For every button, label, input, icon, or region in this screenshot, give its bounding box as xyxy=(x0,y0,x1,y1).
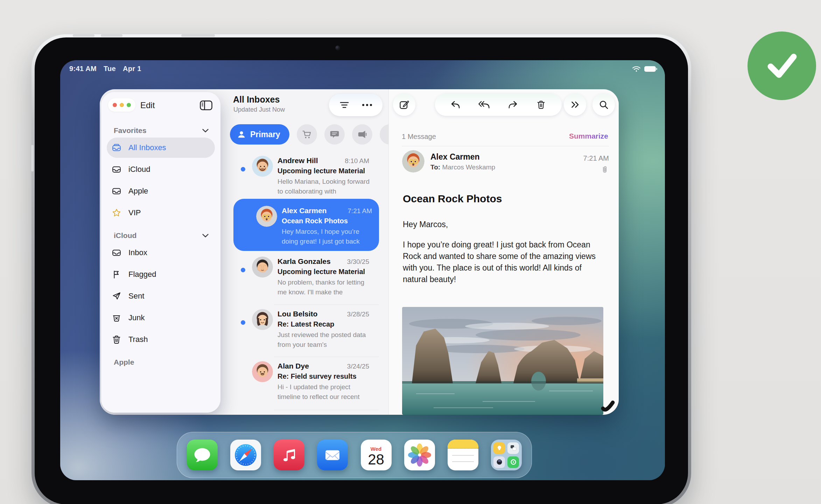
sidebar-item-label: Inbox xyxy=(128,248,147,257)
sidebar-item-flagged[interactable]: Flagged xyxy=(107,264,215,285)
avatar xyxy=(256,206,277,227)
dock-app-folder[interactable] xyxy=(491,440,522,470)
calendar-day-number: 28 xyxy=(368,452,384,467)
message-row-header: Alex Carmen7:21 AM xyxy=(282,206,372,215)
dock-app-safari[interactable] xyxy=(230,440,261,470)
dock-app-mail[interactable] xyxy=(317,440,348,470)
status-icons xyxy=(632,66,656,72)
message-time: 3/24/25 xyxy=(347,363,369,370)
ipad-device: 9:41 AM Tue Apr 1 All Inboxes Updated Ju… xyxy=(31,34,691,504)
message-row[interactable]: Alan Dye3/24/25Re: Field survey resultsH… xyxy=(229,357,388,410)
message-row-header: Karla Gonzales3/30/25 xyxy=(278,257,369,266)
sender-avatar xyxy=(402,150,424,173)
photo-attachment[interactable] xyxy=(402,307,603,415)
more-options-button[interactable] xyxy=(359,97,375,113)
divider xyxy=(402,146,609,146)
category-transactions-button[interactable] xyxy=(297,124,317,145)
message-row[interactable]: Andrew Hill8:10 AMUpcoming lecture Mater… xyxy=(229,152,388,198)
chevron-down-icon[interactable] xyxy=(202,234,209,238)
side-slot xyxy=(31,145,34,172)
message-row[interactable]: Karla Gonzales3/30/25Upcoming lecture Ma… xyxy=(229,252,388,305)
tray2-icon xyxy=(112,143,121,153)
message-row-header: Andrew Hill8:10 AM xyxy=(278,156,369,165)
message-time: 7:21 AM xyxy=(583,154,609,162)
category-primary-button[interactable]: Primary xyxy=(230,124,289,145)
ipad-screen: 9:41 AM Tue Apr 1 All Inboxes Updated Ju… xyxy=(60,60,665,480)
sidebar-item-inbox[interactable]: Inbox xyxy=(107,243,215,263)
message-row[interactable]: Lou Belsito3/28/25Re: Latest RecapJust r… xyxy=(229,305,388,357)
sidebar-item-sent[interactable]: Sent xyxy=(107,286,215,306)
mailbox-list: FavoritesAll InboxesiCloudAppleVIPiCloud… xyxy=(107,123,215,369)
person-icon xyxy=(237,130,246,139)
dock-app-calendar[interactable]: Wed28 xyxy=(361,440,392,470)
category-updates-button[interactable] xyxy=(324,124,345,145)
mini-fitness-icon xyxy=(507,456,519,468)
close-window-dot[interactable] xyxy=(113,103,117,107)
recipient-line: To: Marcos Weskamp xyxy=(430,163,495,171)
top-button xyxy=(181,34,215,37)
sidebar-item-label: Apple xyxy=(128,187,148,196)
sidebar-item-junk[interactable]: Junk xyxy=(107,308,215,328)
wifi-icon xyxy=(632,66,641,72)
message-subject: Re: Field survey results xyxy=(278,372,369,380)
message-time: 7:21 AM xyxy=(348,207,372,215)
message-time: 3/28/25 xyxy=(347,310,369,318)
chevron-down-icon[interactable] xyxy=(202,129,209,133)
double-chevron-icon xyxy=(570,100,580,109)
sidebar-section-title: iCloud xyxy=(114,231,136,240)
filter-button[interactable] xyxy=(337,97,352,113)
compose-button[interactable] xyxy=(393,93,415,116)
flag-icon xyxy=(112,270,121,279)
category-promotions-button[interactable] xyxy=(352,124,372,145)
sidebar-toggle-button[interactable] xyxy=(199,100,213,111)
message-preview: Just reviewed the posted data from your … xyxy=(278,330,370,350)
message-subject: Upcoming lecture Material xyxy=(278,268,369,276)
forward-button[interactable] xyxy=(505,97,520,112)
edit-button[interactable]: Edit xyxy=(140,100,155,110)
sidebar-section-header: iCloud xyxy=(107,228,215,243)
message-time: 8:10 AM xyxy=(345,157,369,165)
zoom-window-dot[interactable] xyxy=(127,103,131,107)
message-sender: Alan Dye xyxy=(278,362,309,370)
sidebar-item-apple[interactable]: Apple xyxy=(107,181,215,201)
dock-app-music[interactable] xyxy=(274,440,304,470)
reply-icon xyxy=(450,100,461,110)
sidebar-item-label: All Inboxes xyxy=(128,143,166,152)
summarize-button[interactable]: Summarize xyxy=(569,132,608,140)
search-button[interactable] xyxy=(592,93,615,116)
unread-indicator xyxy=(241,167,245,172)
sidebar-item-trash[interactable]: Trash xyxy=(107,329,215,350)
volume-button xyxy=(73,34,94,37)
mini-translate-icon xyxy=(507,442,519,454)
more-actions-button[interactable] xyxy=(564,93,586,116)
front-camera xyxy=(335,46,340,50)
message-preview: Hey Marcos, I hope you’re doing great! I… xyxy=(282,227,373,246)
message-row[interactable]: Alex Carmen7:21 AMOcean Rock PhotosHey M… xyxy=(229,198,388,252)
message-subject: Ocean Rock Photos xyxy=(403,193,502,205)
reply-button[interactable] xyxy=(448,97,463,112)
delete-button[interactable] xyxy=(533,97,549,112)
sender-name: Alex Carmen xyxy=(430,152,480,162)
minimize-window-dot[interactable] xyxy=(120,103,124,107)
reply-all-button[interactable] xyxy=(476,97,492,112)
success-check-badge xyxy=(748,31,816,100)
sidebar-item-icloud[interactable]: iCloud xyxy=(107,159,215,180)
sidebar-section-title: Favorites xyxy=(114,126,146,135)
sidebar-item-vip[interactable]: VIP xyxy=(107,203,215,223)
dock-app-photos[interactable] xyxy=(404,440,435,470)
sidebar-item-label: VIP xyxy=(128,208,141,217)
sidebar-item-all-inboxes[interactable]: All Inboxes xyxy=(107,138,215,158)
checkmark-icon xyxy=(761,45,803,87)
category-more-button[interactable] xyxy=(380,124,388,145)
sidebar-item-label: Junk xyxy=(128,313,145,322)
message-sender: Alex Carmen xyxy=(282,206,327,215)
dock-app-notes[interactable] xyxy=(448,440,478,470)
message-preview: No problem, thanks for letting me know. … xyxy=(278,278,370,297)
status-bar: 9:41 AM Tue Apr 1 xyxy=(69,65,141,73)
window-controls[interactable] xyxy=(108,98,135,112)
filter-icon xyxy=(339,101,350,109)
status-day: Tue xyxy=(104,65,116,73)
dock-app-messages[interactable] xyxy=(187,440,218,470)
search-icon xyxy=(599,100,609,110)
folder-mini-grid xyxy=(493,442,519,468)
